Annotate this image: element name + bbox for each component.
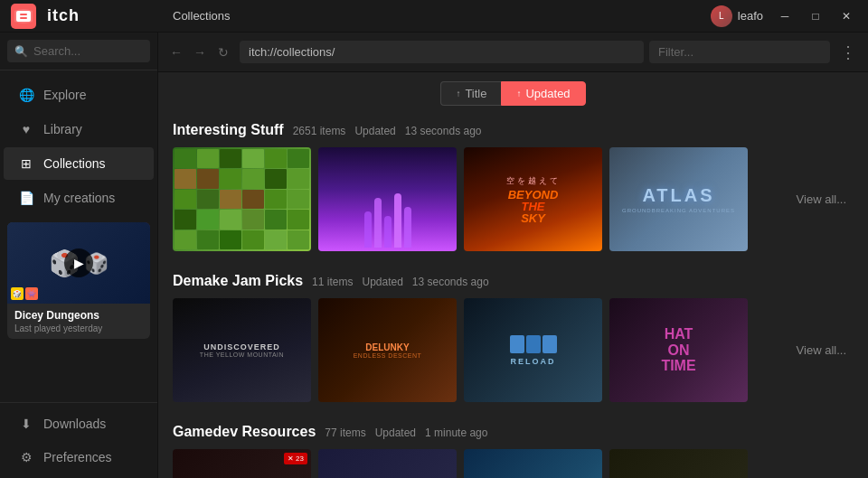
minimize-button[interactable]: ─ <box>770 5 799 27</box>
collection-header-interesting: Interesting Stuff 2651 items Updated 13 … <box>173 122 854 138</box>
game-thumb-4[interactable]: ATLAS GROUNDBREAKING ADVENTURES <box>609 147 748 251</box>
search-box: 🔍 <box>0 33 157 70</box>
game-thumb-delunky[interactable]: DELUNKY ENDLESS DESCENT <box>318 298 457 402</box>
collection-interesting-stuff: Interesting Stuff 2651 items Updated 13 … <box>158 111 868 262</box>
collection-title-demake: Demake Jam Picks <box>173 273 303 289</box>
sidebar-item-explore[interactable]: 🌐 Explore <box>4 79 154 111</box>
sidebar-item-library-label: Library <box>43 122 82 136</box>
games-row-interesting: 空を越えて BEYOND THE SKY ATLAS GROU <box>173 147 854 251</box>
sort-updated-button[interactable]: ↑ Updated <box>501 81 585 106</box>
maximize-button[interactable]: □ <box>801 5 830 27</box>
filter-placeholder: Filter... <box>658 45 693 59</box>
collection-gamedev: Gamedev Resources 77 items Updated 1 min… <box>158 413 868 478</box>
main-layout: 🔍 🌐 Explore ♥ Library ⊞ Collections 📄 My… <box>0 33 868 478</box>
sort-title-icon: ↑ <box>456 89 460 98</box>
sidebar-item-collections-label: Collections <box>43 156 105 171</box>
collection-count-interesting: 2651 items <box>293 125 346 137</box>
game-thumb-hatontime[interactable]: HATONTIME <box>609 298 748 402</box>
collection-updated-label-gamedev: Updated <box>375 426 416 439</box>
sidebar-item-my-creations-label: My creations <box>43 191 115 205</box>
nav-bar: ← → ↻ itch://collections/ Filter... ⋮ <box>158 33 868 72</box>
preferences-icon: ⚙ <box>18 449 34 465</box>
game-thumb-2[interactable] <box>318 147 457 251</box>
sort-updated-label: Updated <box>525 87 570 100</box>
library-icon: ♥ <box>18 121 34 137</box>
game-thumb-textreme[interactable]: TEXTREME its juicy AF <box>609 449 748 478</box>
search-input-wrap[interactable]: 🔍 <box>7 40 150 62</box>
games-row-demake: UNDISCOVERED THE YELLOW MOUNTAIN DELUNKY… <box>173 298 854 402</box>
collections-icon: ⊞ <box>18 155 34 172</box>
collection-updated-label-demake: Updated <box>362 276 402 288</box>
sidebar-item-preferences-label: Preferences <box>43 450 111 464</box>
sidebar-game-title: Dicey Dungeons <box>14 309 143 322</box>
sidebar-game-card[interactable]: 🎲 🎲 🎲 👾 ▶ Dicey Dungeons Last played yes… <box>7 222 150 339</box>
my-creations-icon: 📄 <box>18 190 34 206</box>
window-controls: ─ □ ✕ <box>770 5 861 27</box>
game-thumb-gd2[interactable]: AaBbCcDdEeFfGgHhIiJjKk IlLmMnNoOpPqQrRsS… <box>318 449 457 478</box>
sidebar-item-collections[interactable]: ⊞ Collections <box>4 147 154 180</box>
sort-title-button[interactable]: ↑ Title <box>440 81 501 106</box>
sidebar-item-library[interactable]: ♥ Library <box>4 113 154 145</box>
collection-count-gamedev: 77 items <box>325 426 365 439</box>
sidebar-game-subtitle: Last played yesterday <box>14 323 143 333</box>
sidebar-item-explore-label: Explore <box>43 88 86 102</box>
view-all-demake-button[interactable]: View all... <box>789 336 854 364</box>
address-bar[interactable]: itch://collections/ <box>240 41 644 63</box>
close-button[interactable]: ✕ <box>832 5 861 27</box>
downloads-icon: ⬇ <box>18 416 34 432</box>
explore-icon: 🌐 <box>18 87 34 103</box>
sidebar-bottom: ⬇ Downloads ⚙ Preferences <box>0 402 157 478</box>
game-thumb-1[interactable] <box>173 147 311 251</box>
filter-input[interactable]: Filter... <box>649 41 830 63</box>
view-all-interesting-button[interactable]: View all... <box>789 185 854 213</box>
collection-updated-time-gamedev: 1 minute ago <box>425 426 487 439</box>
svg-rect-2 <box>20 14 27 15</box>
games-row-gamedev: ✕ 23 resource AaBbCcDdEeFfGgHhIiJjKk IlL… <box>173 449 854 478</box>
nav-arrows: ← → ↻ <box>165 42 234 63</box>
titlebar: itch Collections L leafo ─ □ ✕ <box>0 0 868 33</box>
game-thumb-undiscovered[interactable]: UNDISCOVERED THE YELLOW MOUNTAIN <box>173 298 311 402</box>
titlebar-title: Collections <box>165 9 703 23</box>
sidebar-game-info: Dicey Dungeons Last played yesterday <box>7 304 150 339</box>
refresh-button[interactable]: ↻ <box>212 42 234 63</box>
game-thumb-reload[interactable]: RELOAD <box>464 298 602 402</box>
game-thumb-3[interactable]: 空を越えて BEYOND THE SKY <box>464 147 602 251</box>
collection-count-demake: 11 items <box>312 276 353 288</box>
game-thumb-gd3[interactable]: 😺 <box>464 449 602 478</box>
collection-updated-time-interesting: 13 seconds ago <box>405 125 482 137</box>
forward-button[interactable]: → <box>189 42 211 63</box>
search-input[interactable] <box>33 44 143 58</box>
sort-bar: ↑ Title ↑ Updated <box>158 72 868 111</box>
collection-demake-jam: Demake Jam Picks 11 items Updated 13 sec… <box>158 262 868 413</box>
collection-updated-time-demake: 13 seconds ago <box>412 276 489 288</box>
collection-header-gamedev: Gamedev Resources 77 items Updated 1 min… <box>173 424 854 440</box>
sidebar: 🔍 🌐 Explore ♥ Library ⊞ Collections 📄 My… <box>0 33 158 478</box>
game-thumb-gd1[interactable]: ✕ 23 resource <box>173 449 311 478</box>
user-area: L leafo <box>703 5 770 27</box>
sidebar-nav: 🌐 Explore ♥ Library ⊞ Collections 📄 My c… <box>0 70 157 402</box>
sidebar-item-preferences[interactable]: ⚙ Preferences <box>4 441 154 473</box>
collection-title-gamedev: Gamedev Resources <box>173 424 316 440</box>
search-icon: 🔍 <box>14 45 28 58</box>
sort-title-label: Title <box>465 87 486 100</box>
sidebar-item-my-creations[interactable]: 📄 My creations <box>4 182 154 214</box>
app-branding: itch <box>7 0 165 33</box>
more-options-button[interactable]: ⋮ <box>835 40 861 65</box>
username-label: leafo <box>738 9 763 23</box>
sidebar-item-downloads-label: Downloads <box>43 417 106 431</box>
app-name-label: itch <box>47 6 80 25</box>
collection-updated-label-interesting: Updated <box>354 125 395 137</box>
avatar: L <box>711 5 732 27</box>
svg-rect-1 <box>16 11 31 22</box>
app-logo <box>7 0 40 33</box>
play-button[interactable]: ▶ <box>64 248 93 277</box>
sidebar-game-thumbnail: 🎲 🎲 🎲 👾 ▶ <box>7 222 150 304</box>
collection-header-demake: Demake Jam Picks 11 items Updated 13 sec… <box>173 273 854 289</box>
sidebar-item-downloads[interactable]: ⬇ Downloads <box>4 408 154 440</box>
sort-updated-icon: ↑ <box>516 89 521 98</box>
svg-rect-3 <box>20 17 27 19</box>
content-area: ↑ Title ↑ Updated Interesting Stuff 2651… <box>158 72 868 478</box>
collection-title-interesting: Interesting Stuff <box>173 122 284 138</box>
back-button[interactable]: ← <box>165 42 187 63</box>
